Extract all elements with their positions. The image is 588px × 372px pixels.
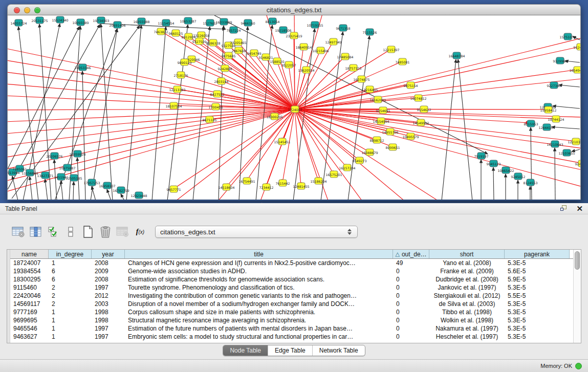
table-selector-dropdown[interactable]: citations_edges.txt	[155, 226, 358, 238]
deselect-all-icon[interactable]	[62, 223, 79, 240]
network-edge[interactable]	[8, 25, 100, 189]
table-row[interactable]: 977716911998Corpus callosum shape and si…	[10, 308, 573, 316]
table-row[interactable]: 969969511998Structural magnetic resonanc…	[10, 316, 573, 324]
network-edge[interactable]	[553, 106, 580, 108]
network-node[interactable]: 9466160	[241, 19, 255, 26]
network-node[interactable]: 9327509	[192, 38, 206, 45]
network-edge[interactable]	[91, 29, 117, 200]
network-node[interactable]: 8215953	[524, 120, 538, 127]
table-panel-header[interactable]: Table Panel ✕	[0, 203, 588, 214]
network-edge[interactable]	[282, 109, 295, 183]
network-node[interactable]: 8549273	[352, 157, 366, 164]
network-edge[interactable]	[8, 109, 295, 136]
show-columns-icon[interactable]	[27, 223, 45, 240]
network-edge[interactable]	[221, 81, 295, 109]
column-header-short[interactable]: short	[429, 250, 505, 258]
table-row[interactable]: 1456911722003Disruption of a novel membe…	[10, 300, 573, 308]
memory-status-indicator[interactable]	[575, 363, 582, 369]
network-node[interactable]: 12444154	[538, 124, 555, 130]
network-edge[interactable]	[531, 127, 532, 200]
column-header-name[interactable]: name	[10, 250, 49, 258]
table-row[interactable]: 2242004622012Investigating the contribut…	[10, 292, 573, 300]
network-node[interactable]: 20531175	[31, 17, 48, 24]
network-node[interactable]: 7515526	[362, 29, 377, 35]
network-node[interactable]: 19734903	[93, 17, 109, 24]
network-edge[interactable]	[266, 109, 295, 187]
tab-edge-table[interactable]: Edge Table	[268, 345, 313, 356]
network-edge[interactable]	[8, 109, 295, 174]
network-node[interactable]: 12103655	[558, 149, 575, 156]
network-node[interactable]: 18757155	[345, 64, 361, 71]
network-edge[interactable]	[92, 186, 96, 200]
network-graph[interactable]: 1405572420531175155243401009338919734903…	[8, 15, 580, 200]
network-node[interactable]: 9245012	[511, 173, 525, 180]
network-node[interactable]: 16958107	[99, 182, 115, 189]
network-node[interactable]: 15186204	[310, 178, 326, 184]
network-node[interactable]: 8124553	[523, 179, 537, 186]
network-edge[interactable]	[8, 109, 295, 110]
network-edge[interactable]	[247, 109, 295, 181]
network-node[interactable]: 18640914	[295, 43, 312, 50]
select-all-icon[interactable]	[45, 223, 62, 240]
column-header-out_de[interactable]: △out_de…	[393, 250, 429, 258]
network-edge[interactable]	[493, 167, 494, 200]
network-node[interactable]: 19218506	[275, 27, 291, 33]
network-node[interactable]: 12210355	[568, 138, 580, 145]
network-node[interactable]: 7234412	[259, 184, 273, 190]
network-node[interactable]: 10093389	[72, 19, 89, 26]
network-node[interactable]: 2718176	[173, 72, 188, 78]
minimize-window-button[interactable]	[24, 7, 30, 13]
new-document-icon[interactable]	[79, 223, 97, 240]
network-edge[interactable]	[442, 59, 456, 200]
network-window-titlebar[interactable]: citations_edges.txt	[7, 4, 581, 15]
network-edge[interactable]	[295, 109, 580, 192]
network-node[interactable]: 9660125	[168, 30, 183, 36]
network-node[interactable]: 15145451	[274, 138, 290, 145]
network-edge[interactable]	[555, 148, 555, 200]
network-node[interactable]: 10719155	[307, 21, 323, 28]
network-node[interactable]: 23325419	[286, 32, 302, 39]
network-node[interactable]: 16754491	[238, 178, 255, 184]
network-node[interactable]: 16157204	[339, 164, 355, 171]
network-edge[interactable]	[295, 15, 325, 109]
network-node[interactable]: 9875685	[221, 52, 235, 59]
network-edge[interactable]	[295, 109, 347, 167]
network-node[interactable]: 16648784	[448, 52, 465, 59]
network-edge[interactable]	[8, 27, 79, 169]
network-node[interactable]: 2967608	[231, 47, 246, 54]
network-edge[interactable]	[73, 182, 74, 200]
network-edge[interactable]	[61, 181, 63, 200]
column-header-year[interactable]: year	[92, 250, 125, 258]
network-edge[interactable]	[45, 179, 48, 200]
network-edge[interactable]	[552, 127, 580, 129]
close-panel-icon[interactable]: ✕	[576, 205, 583, 212]
network-edge[interactable]	[152, 27, 166, 200]
network-node[interactable]: 16549412	[569, 67, 580, 73]
network-edge[interactable]	[8, 82, 295, 109]
network-node[interactable]: 11154554	[158, 19, 174, 26]
network-node[interactable]: 16088679	[361, 149, 378, 156]
network-edge[interactable]	[167, 25, 188, 200]
network-node[interactable]: 9245033	[575, 160, 580, 167]
network-edge[interactable]	[295, 98, 418, 109]
function-builder-icon[interactable]: f(x)	[132, 223, 149, 240]
network-node[interactable]: 14549912	[412, 119, 429, 126]
network-canvas[interactable]: 1405572420531175155243401009338919734903…	[7, 15, 581, 200]
column-header-in_degree[interactable]: in_degree	[49, 250, 92, 258]
network-node[interactable]: 14518604	[218, 184, 234, 190]
network-edge[interactable]	[295, 109, 318, 181]
table-settings-icon[interactable]	[10, 223, 27, 240]
network-node[interactable]: 13427371	[37, 172, 53, 179]
network-edge[interactable]	[173, 109, 295, 189]
network-node[interactable]: 9671358	[336, 25, 350, 31]
network-node[interactable]: 9154612	[417, 106, 431, 113]
network-node[interactable]: 14955796	[382, 128, 398, 135]
table-row[interactable]: 1938455462009Genome-wide association stu…	[10, 267, 573, 275]
network-node[interactable]: 10653287	[180, 17, 196, 24]
delete-trash-icon[interactable]	[97, 223, 114, 240]
network-node[interactable]: 7463822	[154, 28, 168, 35]
table-row[interactable]: 911546021997Tourette syndrome. Phenomeno…	[10, 283, 573, 292]
column-header-title[interactable]: title	[125, 250, 393, 258]
network-node[interactable]: 8671105	[202, 116, 216, 123]
network-node[interactable]: 9124403	[573, 43, 580, 50]
